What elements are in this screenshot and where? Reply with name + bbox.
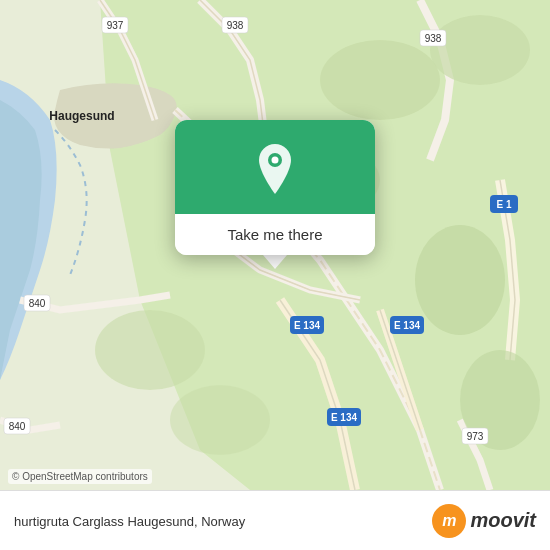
map-container: 937 938 938 E 1 840 840 922 E 134 E 134 … [0,0,550,490]
svg-text:E 134: E 134 [294,320,321,331]
popup-card: Take me there [175,120,375,255]
svg-point-3 [415,225,505,335]
moovit-text: moovit [470,509,536,532]
svg-text:938: 938 [425,33,442,44]
svg-point-33 [272,157,279,164]
svg-text:Haugesund: Haugesund [49,109,114,123]
svg-text:840: 840 [9,421,26,432]
map-copyright: © OpenStreetMap contributors [8,469,152,484]
location-pin-icon [253,142,297,196]
bottom-bar: hurtigruta Carglass Haugesund, Norway m … [0,490,550,550]
svg-point-1 [320,40,440,120]
location-info: hurtigruta Carglass Haugesund, Norway [14,512,432,530]
svg-text:E 134: E 134 [394,320,421,331]
popup-green-header [175,120,375,214]
svg-point-6 [170,385,270,455]
location-title: hurtigruta Carglass Haugesund, Norway [14,514,245,529]
moovit-logo: m moovit [432,504,536,538]
svg-text:938: 938 [227,20,244,31]
popup-tail [263,255,287,269]
take-me-there-button[interactable]: Take me there [175,214,375,255]
svg-text:840: 840 [29,298,46,309]
road-937-label: 937 [107,20,124,31]
svg-point-5 [95,310,205,390]
moovit-icon: m [432,504,466,538]
svg-text:E 1: E 1 [496,199,511,210]
svg-point-2 [430,15,530,85]
svg-text:973: 973 [467,431,484,442]
svg-text:E 134: E 134 [331,412,358,423]
